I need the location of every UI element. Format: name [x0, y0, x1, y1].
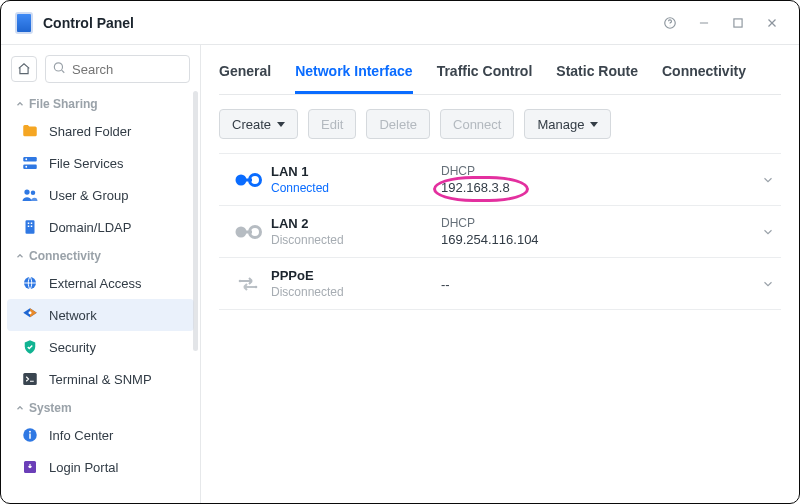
sidebar-item-network[interactable]: Network [7, 299, 194, 331]
interface-icon [225, 223, 271, 241]
svg-rect-23 [29, 434, 31, 439]
sidebar-group-header[interactable]: Connectivity [1, 243, 200, 267]
home-button[interactable] [11, 56, 37, 82]
svg-point-12 [24, 189, 29, 194]
interface-ip: 169.254.116.104 [441, 232, 745, 247]
window-title: Control Panel [43, 15, 134, 31]
sidebar-scrollbar[interactable] [193, 91, 198, 351]
svg-point-33 [255, 285, 258, 288]
interface-list: LAN 1 Connected DHCP 192.168.3.8 LAN 2 D… [219, 153, 781, 310]
sidebar-item-info-center[interactable]: Info Center [7, 419, 194, 451]
interface-name: LAN 1 [271, 164, 441, 179]
interface-name: LAN 2 [271, 216, 441, 231]
sidebar-item-label: User & Group [49, 188, 128, 203]
help-button[interactable] [657, 10, 683, 36]
svg-rect-9 [23, 165, 37, 170]
app-icon [15, 12, 33, 34]
network-icon [21, 306, 39, 324]
interface-row[interactable]: PPPoE Disconnected -- [219, 258, 781, 310]
connect-button[interactable]: Connect [440, 109, 514, 139]
shield-icon [21, 338, 39, 356]
interface-status: Disconnected [271, 285, 441, 299]
folder-icon [21, 122, 39, 140]
interface-row[interactable]: LAN 1 Connected DHCP 192.168.3.8 [219, 154, 781, 206]
terminal-icon [21, 370, 39, 388]
expand-toggle[interactable] [745, 277, 775, 291]
sidebar-item-label: Terminal & SNMP [49, 372, 152, 387]
sidebar-item-label: Security [49, 340, 96, 355]
tabs: GeneralNetwork InterfaceTraffic ControlS… [219, 45, 781, 95]
sidebar-item-terminal-snmp[interactable]: Terminal & SNMP [7, 363, 194, 395]
create-button[interactable]: Create [219, 109, 298, 139]
sidebar-item-label: Info Center [49, 428, 113, 443]
interface-status: Disconnected [271, 233, 441, 247]
sidebar: File SharingShared FolderFile ServicesUs… [1, 45, 201, 503]
sidebar-item-shared-folder[interactable]: Shared Folder [7, 115, 194, 147]
edit-button[interactable]: Edit [308, 109, 356, 139]
sidebar-item-external-access[interactable]: External Access [7, 267, 194, 299]
svg-point-32 [239, 279, 242, 282]
sidebar-item-label: Shared Folder [49, 124, 131, 139]
manage-label: Manage [537, 117, 584, 132]
interface-mode: DHCP [441, 164, 745, 178]
portal-icon [21, 458, 39, 476]
users-icon [21, 186, 39, 204]
svg-rect-28 [244, 178, 252, 181]
tab-general[interactable]: General [219, 49, 271, 94]
tab-traffic-control[interactable]: Traffic Control [437, 49, 533, 94]
sidebar-item-user-group[interactable]: User & Group [7, 179, 194, 211]
svg-rect-14 [26, 220, 35, 234]
sidebar-group-header[interactable]: File Sharing [1, 91, 200, 115]
svg-rect-16 [31, 223, 33, 225]
interface-mode: DHCP [441, 216, 745, 230]
minimize-button[interactable] [691, 10, 717, 36]
svg-rect-8 [23, 157, 37, 162]
sidebar-item-label: File Services [49, 156, 123, 171]
domain-icon [21, 218, 39, 236]
svg-point-20 [29, 311, 32, 314]
control-panel-window: Control Panel [0, 0, 800, 504]
interface-name: PPPoE [271, 268, 441, 283]
sidebar-nav: File SharingShared FolderFile ServicesUs… [1, 91, 200, 503]
interface-icon [225, 171, 271, 189]
interface-ip: 192.168.3.8 [441, 180, 745, 195]
interface-icon [225, 272, 271, 296]
tab-connectivity[interactable]: Connectivity [662, 49, 746, 94]
svg-rect-31 [244, 230, 252, 233]
expand-toggle[interactable] [745, 173, 775, 187]
sidebar-item-login-portal[interactable]: Login Portal [7, 451, 194, 483]
sidebar-item-domain-ldap[interactable]: Domain/LDAP [7, 211, 194, 243]
search-icon [52, 61, 66, 78]
main-panel: GeneralNetwork InterfaceTraffic ControlS… [201, 45, 799, 503]
interface-status: Connected [271, 181, 441, 195]
sidebar-item-label: External Access [49, 276, 142, 291]
caret-icon [277, 122, 285, 127]
tab-static-route[interactable]: Static Route [556, 49, 638, 94]
svg-rect-18 [31, 226, 33, 228]
sidebar-item-file-services[interactable]: File Services [7, 147, 194, 179]
sidebar-item-label: Network [49, 308, 97, 323]
svg-point-24 [29, 431, 31, 433]
expand-toggle[interactable] [745, 225, 775, 239]
manage-button[interactable]: Manage [524, 109, 611, 139]
svg-point-13 [31, 191, 36, 196]
toolbar: Create Edit Delete Connect Manage [219, 95, 781, 153]
svg-rect-17 [28, 226, 30, 228]
titlebar: Control Panel [1, 1, 799, 45]
tab-network-interface[interactable]: Network Interface [295, 49, 412, 94]
delete-button[interactable]: Delete [366, 109, 430, 139]
svg-point-10 [25, 158, 27, 160]
create-label: Create [232, 117, 271, 132]
interface-row[interactable]: LAN 2 Disconnected DHCP 169.254.116.104 [219, 206, 781, 258]
close-button[interactable] [759, 10, 785, 36]
caret-icon [590, 122, 598, 127]
sidebar-group-header[interactable]: System [1, 395, 200, 419]
svg-rect-3 [734, 18, 742, 26]
services-icon [21, 154, 39, 172]
search-input[interactable] [45, 55, 190, 83]
maximize-button[interactable] [725, 10, 751, 36]
svg-line-7 [62, 70, 65, 73]
svg-point-11 [25, 166, 27, 168]
sidebar-item-security[interactable]: Security [7, 331, 194, 363]
interface-ip: -- [441, 277, 745, 292]
